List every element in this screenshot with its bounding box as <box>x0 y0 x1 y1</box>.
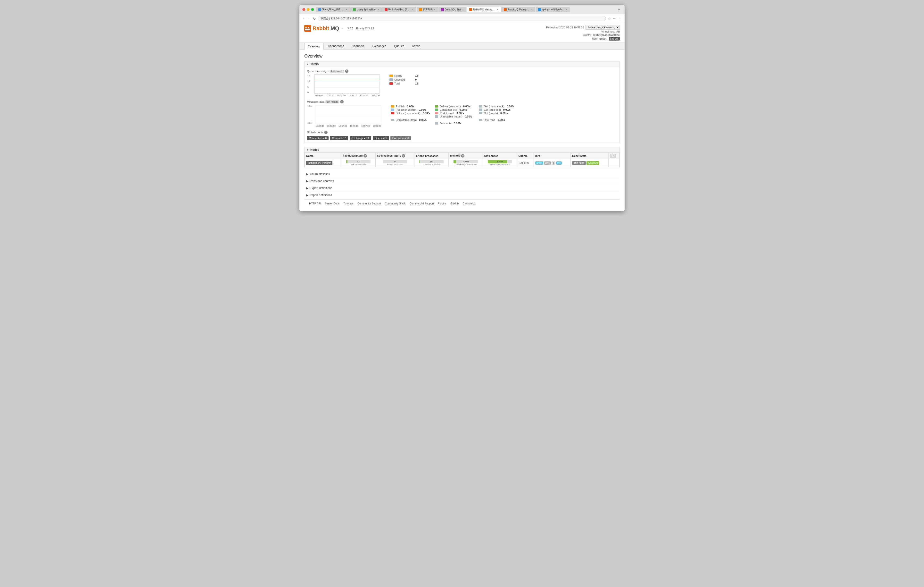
community-support-link[interactable]: Community Support <box>357 202 381 205</box>
browser-tab-tab3[interactable]: Redis命令中心 (Redis c...✕ <box>382 7 416 12</box>
close-button[interactable] <box>302 8 305 11</box>
erlang-processes-bar: 432 <box>419 160 444 164</box>
erlang-version: Erlang 22.3.4.1 <box>356 27 375 30</box>
tab-channels[interactable]: Channels <box>348 43 368 50</box>
cluster-value: rabbit@6a4ef2ae0dfe <box>593 33 620 36</box>
queued-messages-chart-area: 15 10 5 0 <box>307 74 617 97</box>
totals-section: ▼ Totals Queued messages last minute ? <box>304 61 620 143</box>
ready-label: Ready <box>394 74 414 77</box>
community-slack-link[interactable]: Community Slack <box>385 202 406 205</box>
http-api-link[interactable]: HTTP API <box>309 202 321 205</box>
github-link[interactable]: GitHub <box>450 202 459 205</box>
unroutable-drop-color-swatch <box>391 119 394 121</box>
tab-overview[interactable]: Overview <box>304 43 324 50</box>
queued-messages-help-icon[interactable]: ? <box>345 69 348 73</box>
memory-help-icon[interactable]: ? <box>461 154 464 157</box>
global-counts-help-icon[interactable]: ? <box>324 131 328 134</box>
tutorials-link[interactable]: Tutorials <box>343 202 353 205</box>
logout-button[interactable]: Log out <box>609 37 620 41</box>
maximize-button[interactable] <box>311 8 314 11</box>
ports-contexts-header[interactable]: ▶ Ports and contexts <box>304 178 620 184</box>
redelivered-color-swatch <box>435 112 438 114</box>
refresh-select[interactable]: Refresh every 5 seconds <box>586 25 620 30</box>
file-descriptors-help-icon[interactable]: ? <box>363 154 367 157</box>
queues-count[interactable]: Queues: 5 <box>373 136 389 140</box>
menu-icon[interactable]: ⋮ <box>618 17 622 21</box>
connections-count[interactable]: Connections: 0 <box>307 136 328 140</box>
browser-tab-tab8[interactable]: springboot整合rabbit_基...✕ <box>536 7 570 12</box>
footer-links: HTTP API Server Docs Tutorials Community… <box>304 199 620 207</box>
totals-section-header[interactable]: ▼ Totals <box>304 61 620 67</box>
virtual-host-value: All <box>616 30 620 33</box>
tag-basic[interactable]: basic <box>535 162 543 165</box>
churn-arrow-icon: ▶ <box>306 172 309 176</box>
rabbitmq-logo-icon <box>304 25 311 32</box>
window-controls <box>302 8 314 11</box>
server-docs-link[interactable]: Server Docs <box>325 202 340 205</box>
totals-arrow-icon: ▼ <box>307 63 309 66</box>
tag-disc[interactable]: disc <box>544 162 551 165</box>
browser-nav: ← → ↻ 不安全 | 129.204.207.233:15672/#/ ☆ ⋯… <box>299 14 625 23</box>
memory-cell: 79MiB 735MiB high watermark <box>449 159 483 167</box>
reload-button[interactable]: ↻ <box>313 17 316 21</box>
rate-publish: Publish 0.00/s <box>391 105 430 108</box>
all-nodes-button[interactable]: All nodes <box>586 161 599 165</box>
address-bar[interactable]: 不安全 | 129.204.207.233:15672/#/ <box>318 16 606 21</box>
deliver-auto-color-swatch <box>435 105 438 107</box>
queued-messages-label: Queued messages last minute ? <box>307 69 617 73</box>
churn-statistics-header[interactable]: ▶ Churn statistics <box>304 171 620 177</box>
plugins-link[interactable]: Plugins <box>438 202 447 205</box>
this-node-button[interactable]: This node <box>572 161 586 165</box>
browser-tab-tab2[interactable]: Using Spring Boot✕ <box>350 7 382 12</box>
commercial-support-link[interactable]: Commercial Support <box>409 202 434 205</box>
browser-tab-tab1[interactable]: SpringBoot_权威教程_sp...✕ <box>316 7 350 12</box>
nodes-table: Name File descriptors ? Socket descripto… <box>305 153 619 167</box>
main-content: Overview ▼ Totals Queued messages last m… <box>299 50 625 211</box>
back-button[interactable]: ← <box>302 17 306 21</box>
browser-tab-tab7[interactable]: RabbitMQ Management✕ <box>501 7 535 12</box>
nodes-section-header[interactable]: ▼ Nodes <box>304 147 620 153</box>
bookmark-icon[interactable]: ☆ <box>608 17 611 21</box>
tab-connections[interactable]: Connections <box>324 43 348 50</box>
export-label: Export definitions <box>310 187 332 190</box>
th-info: Info <box>534 153 571 159</box>
browser-tab-tab6[interactable]: RabbitMQ Management✕ <box>467 7 501 12</box>
extensions-icon[interactable]: ⋯ <box>613 17 616 21</box>
tab-queues[interactable]: Queues <box>390 43 408 50</box>
rates-chart-canvas <box>316 105 381 124</box>
legend-total: Total 13 <box>389 82 428 85</box>
socket-descriptors-help-icon[interactable]: ? <box>402 154 405 157</box>
browser-tab-tab5[interactable]: Druid SQL Stat✕ <box>439 7 466 12</box>
consumers-count[interactable]: Consumers: 0 <box>390 136 411 140</box>
tag-rss[interactable]: rss <box>556 162 562 165</box>
plus-minus-button[interactable]: +/- <box>610 154 615 158</box>
tab-exchanges[interactable]: Exchanges <box>368 43 390 50</box>
tab-admin[interactable]: Admin <box>408 43 424 50</box>
info-cell: basic disc 1 rss <box>534 159 571 167</box>
browser-tab-tab4[interactable]: 员工列表✕ <box>417 7 438 12</box>
nodes-arrow-icon: ▼ <box>307 149 309 151</box>
forward-button[interactable]: → <box>308 17 311 21</box>
tag-1[interactable]: 1 <box>551 162 555 165</box>
time-range-badge[interactable]: last minute <box>330 69 344 73</box>
page-title: Overview <box>304 54 620 59</box>
nodes-table-header-row: Name File descriptors ? Socket descripto… <box>305 153 619 159</box>
exchanges-count[interactable]: Exchanges: 11 <box>350 136 371 140</box>
th-erlang-processes: Erlang processes <box>414 153 449 159</box>
browser-titlebar: SpringBoot_权威教程_sp...✕Using Spring Boot✕… <box>299 5 625 14</box>
changelog-link[interactable]: Changelog <box>462 202 475 205</box>
export-definitions-header[interactable]: ▶ Export definitions <box>304 185 620 191</box>
minimize-button[interactable] <box>307 8 310 11</box>
rabbitmq-header: RabbitMQTM 3.8.3 Erlang 22.3.4.1 Refresh… <box>299 23 625 43</box>
rates-time-range-badge[interactable]: last minute <box>325 100 339 103</box>
deliver-auto-value: 0.00/s <box>463 105 471 108</box>
nav-tabs: Overview Connections Channels Exchanges … <box>299 43 625 50</box>
message-rates-help-icon[interactable]: ? <box>340 100 343 103</box>
virtual-host-label: Virtual host <box>601 30 615 33</box>
import-definitions-header[interactable]: ▶ Import definitions <box>304 192 620 198</box>
channels-count[interactable]: Channels: 0 <box>330 136 348 140</box>
collapsible-sections: ▶ Churn statistics ▶ Ports and contexts … <box>304 171 620 198</box>
browser-window: SpringBoot_权威教程_sp...✕Using Spring Boot✕… <box>299 5 625 211</box>
new-tab-button[interactable]: + <box>617 7 622 12</box>
file-descriptors-available: 65536 available <box>343 164 374 166</box>
